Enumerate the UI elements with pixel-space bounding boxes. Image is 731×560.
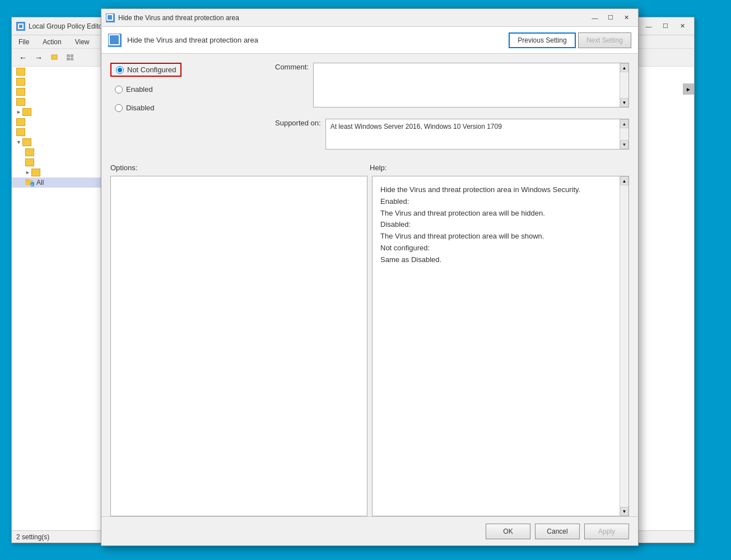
policy-settings-dialog: Hide the Virus and threat protection are… xyxy=(101,8,639,546)
dialog-titlebar: Hide the Virus and threat protection are… xyxy=(101,9,638,27)
radio-group: Not Configured Enabled Disabled xyxy=(110,63,181,114)
expand-icon: ▼ xyxy=(16,139,21,145)
scroll-up-arrow[interactable]: ▲ xyxy=(620,176,628,185)
bg-minimize-button[interactable]: — xyxy=(641,20,656,32)
folder-icon xyxy=(16,118,25,126)
scroll-down-arrow[interactable]: ▼ xyxy=(620,507,628,516)
radio-disabled-label: Disabled xyxy=(126,104,155,112)
supported-scrollbar[interactable]: ▲ ▼ xyxy=(620,119,628,149)
menu-action[interactable]: Action xyxy=(40,37,63,47)
svg-rect-2 xyxy=(52,55,57,59)
folder-icon xyxy=(22,138,31,146)
help-box: Hide the Virus and threat protection are… xyxy=(372,176,629,516)
bg-tree: ► ▼ ► A xyxy=(12,67,110,542)
status-text: 2 setting(s) xyxy=(16,533,49,541)
radio-enabled-label: Enabled xyxy=(126,85,153,94)
dialog-header: Hide the Virus and threat protection are… xyxy=(101,27,638,54)
folder-icon xyxy=(16,88,25,96)
folder-icon xyxy=(31,169,40,176)
supported-on-box: At least Windows Server 2016, Windows 10… xyxy=(325,119,629,150)
dialog-title-icon xyxy=(106,13,115,22)
ok-button[interactable]: OK xyxy=(486,524,530,539)
svg-rect-6 xyxy=(71,58,73,60)
tree-item[interactable] xyxy=(12,77,109,87)
tree-item[interactable]: ► xyxy=(12,167,109,178)
options-help-container: Hide the Virus and threat protection are… xyxy=(110,176,629,516)
apply-button[interactable]: Apply xyxy=(584,524,629,539)
folder-icon xyxy=(25,148,34,156)
tree-item[interactable] xyxy=(12,87,109,97)
svg-rect-3 xyxy=(67,54,70,57)
tree-item[interactable]: A All xyxy=(12,178,109,188)
radio-disabled[interactable]: Disabled xyxy=(110,102,181,114)
dialog-maximize-button[interactable]: ☐ xyxy=(603,12,618,24)
tree-item[interactable] xyxy=(12,157,109,167)
scroll-track xyxy=(620,72,628,98)
radio-disabled-input[interactable] xyxy=(115,104,123,112)
toolbar-view-button[interactable] xyxy=(63,51,77,64)
dialog-title-text: Hide the Virus and threat protection are… xyxy=(118,14,588,22)
tree-item[interactable]: ▼ xyxy=(12,137,109,147)
tree-all-label: All xyxy=(36,179,44,186)
comment-textarea[interactable] xyxy=(314,63,628,107)
svg-rect-1 xyxy=(19,25,22,28)
help-content: Hide the Virus and threat protection are… xyxy=(373,176,628,274)
comment-box: ▲ ▼ xyxy=(313,63,629,108)
radio-not-configured-input[interactable] xyxy=(116,66,124,74)
bg-close-button[interactable]: ✕ xyxy=(675,20,690,32)
dialog-minimize-button[interactable]: — xyxy=(588,12,602,24)
help-text-not-configured: Not configured: Same as Disabled. xyxy=(380,242,612,266)
svg-rect-4 xyxy=(71,54,73,57)
tree-item[interactable] xyxy=(12,67,109,77)
tree-item[interactable] xyxy=(12,97,109,107)
tree-item[interactable]: ► xyxy=(12,107,109,117)
tree-item[interactable] xyxy=(12,117,109,127)
menu-view[interactable]: View xyxy=(73,37,92,47)
help-text-intro: Hide the Virus and threat protection are… xyxy=(380,184,612,196)
supported-on-label: Supported on: xyxy=(275,119,321,127)
tree-item[interactable] xyxy=(12,147,109,157)
svg-text:A: A xyxy=(31,183,33,186)
comment-section: Comment: ▲ ▼ xyxy=(275,63,629,108)
bg-maximize-button[interactable]: ☐ xyxy=(658,20,673,32)
folder-icon xyxy=(16,68,25,76)
folder-icon xyxy=(22,108,31,116)
bg-window-icon xyxy=(16,22,25,31)
toolbar-up-button[interactable] xyxy=(48,51,61,64)
scroll-up-arrow[interactable]: ▲ xyxy=(620,119,628,128)
cancel-button[interactable]: Cancel xyxy=(535,524,580,539)
dialog-close-button[interactable]: ✕ xyxy=(619,12,634,24)
tree-item[interactable] xyxy=(12,127,109,137)
scroll-down-arrow[interactable]: ▼ xyxy=(620,140,628,149)
dialog-window-controls: — ☐ ✕ xyxy=(588,12,634,24)
help-label: Help: xyxy=(370,164,387,172)
svg-rect-5 xyxy=(67,58,70,60)
bg-scroll-right[interactable]: ► xyxy=(683,83,694,95)
svg-rect-8 xyxy=(26,179,29,181)
dialog-header-icon xyxy=(108,34,122,47)
help-scrollbar[interactable]: ▲ ▼ xyxy=(620,176,628,516)
help-text-enabled-heading: Enabled: The Virus and threat protection… xyxy=(380,196,612,220)
svg-rect-14 xyxy=(110,35,119,44)
folder-icon xyxy=(16,78,25,86)
scroll-up-arrow[interactable]: ▲ xyxy=(620,63,628,72)
folder-icon xyxy=(16,98,25,106)
scroll-down-arrow[interactable]: ▼ xyxy=(620,98,628,107)
bg-title-controls: — ☐ ✕ xyxy=(641,20,690,32)
expand-icon: ► xyxy=(25,170,30,175)
previous-setting-button[interactable]: Previous Setting xyxy=(509,32,575,48)
folder-icon xyxy=(25,158,34,166)
folder-icon xyxy=(16,128,25,136)
scroll-track xyxy=(620,185,628,507)
supported-on-section: Supported on: At least Windows Server 20… xyxy=(275,119,629,150)
radio-enabled-input[interactable] xyxy=(115,86,123,94)
menu-file[interactable]: File xyxy=(16,37,31,47)
comment-scrollbar[interactable]: ▲ ▼ xyxy=(620,63,628,107)
radio-enabled[interactable]: Enabled xyxy=(110,83,181,95)
options-label: Options: xyxy=(110,164,137,172)
radio-not-configured[interactable]: Not Configured xyxy=(110,63,181,77)
toolbar-back-button[interactable]: ← xyxy=(16,51,30,64)
radio-not-configured-label: Not Configured xyxy=(127,66,176,74)
toolbar-forward-button[interactable]: → xyxy=(32,51,45,64)
svg-rect-12 xyxy=(108,15,112,20)
